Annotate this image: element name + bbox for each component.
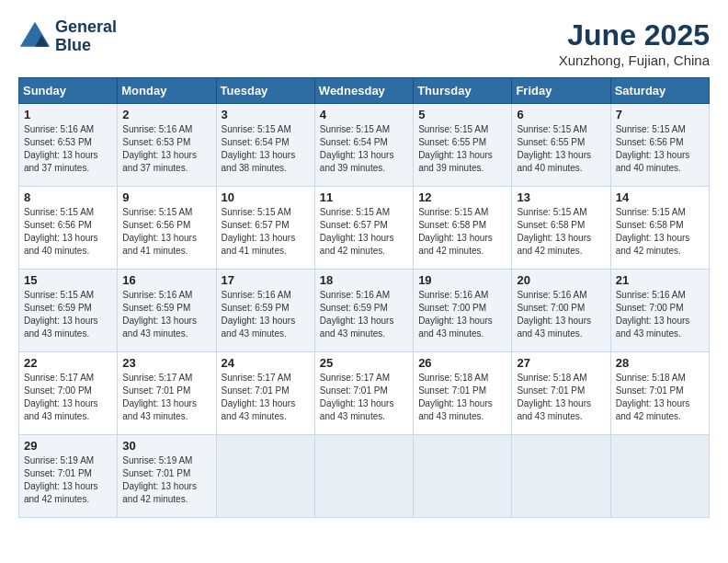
day-number: 1: [24, 108, 112, 121]
day-info: Sunrise: 5:15 AMSunset: 6:56 PMDaylight:…: [24, 206, 112, 258]
col-wednesday: Wednesday: [314, 78, 413, 104]
calendar-cell: 5 Sunrise: 5:15 AMSunset: 6:55 PMDayligh…: [414, 104, 512, 187]
day-info: Sunrise: 5:16 AMSunset: 6:53 PMDaylight:…: [24, 123, 112, 175]
day-number: 15: [24, 273, 112, 287]
day-info: Sunrise: 5:15 AMSunset: 6:55 PMDaylight:…: [418, 123, 506, 175]
col-saturday: Saturday: [610, 78, 709, 104]
day-info: Sunrise: 5:17 AMSunset: 7:01 PMDaylight:…: [222, 372, 310, 423]
col-sunday: Sunday: [19, 78, 118, 104]
day-number: 13: [517, 190, 605, 204]
calendar-cell: 20 Sunrise: 5:16 AMSunset: 7:00 PMDaylig…: [512, 270, 610, 352]
calendar-cell: 18 Sunrise: 5:16 AMSunset: 6:59 PMDaylig…: [314, 270, 413, 352]
day-info: Sunrise: 5:16 AMSunset: 7:00 PMDaylight:…: [418, 289, 506, 340]
day-info: Sunrise: 5:16 AMSunset: 7:00 PMDaylight:…: [517, 289, 605, 340]
day-info: Sunrise: 5:16 AMSunset: 6:59 PMDaylight:…: [320, 289, 408, 340]
logo: General Blue: [18, 18, 117, 55]
day-info: Sunrise: 5:17 AMSunset: 7:00 PMDaylight:…: [24, 372, 112, 423]
day-info: Sunrise: 5:15 AMSunset: 6:56 PMDaylight:…: [616, 123, 704, 175]
day-number: 17: [222, 273, 310, 287]
day-info: Sunrise: 5:16 AMSunset: 6:59 PMDaylight:…: [222, 289, 310, 340]
day-number: 2: [122, 108, 210, 121]
calendar-cell: 10 Sunrise: 5:15 AMSunset: 6:57 PMDaylig…: [216, 187, 314, 270]
calendar-cell: 15 Sunrise: 5:15 AMSunset: 6:59 PMDaylig…: [19, 270, 118, 352]
calendar-cell: 3 Sunrise: 5:15 AMSunset: 6:54 PMDayligh…: [216, 104, 314, 187]
calendar-cell: [414, 435, 512, 518]
calendar-cell: 28 Sunrise: 5:18 AMSunset: 7:01 PMDaylig…: [610, 352, 709, 435]
day-number: 29: [24, 439, 112, 453]
calendar-cell: 13 Sunrise: 5:15 AMSunset: 6:58 PMDaylig…: [512, 187, 610, 270]
day-info: Sunrise: 5:16 AMSunset: 6:59 PMDaylight:…: [122, 289, 210, 340]
month-title: June 2025: [559, 18, 710, 52]
calendar-cell: [610, 435, 709, 518]
day-info: Sunrise: 5:15 AMSunset: 6:56 PMDaylight:…: [122, 206, 210, 258]
day-number: 7: [616, 108, 704, 121]
day-info: Sunrise: 5:15 AMSunset: 6:58 PMDaylight:…: [616, 206, 704, 258]
calendar-cell: 14 Sunrise: 5:15 AMSunset: 6:58 PMDaylig…: [610, 187, 709, 270]
calendar-cell: 6 Sunrise: 5:15 AMSunset: 6:55 PMDayligh…: [512, 104, 610, 187]
day-info: Sunrise: 5:18 AMSunset: 7:01 PMDaylight:…: [616, 372, 704, 423]
calendar-cell: 7 Sunrise: 5:15 AMSunset: 6:56 PMDayligh…: [610, 104, 709, 187]
logo-text: General Blue: [55, 18, 117, 55]
day-info: Sunrise: 5:15 AMSunset: 6:57 PMDaylight:…: [320, 206, 408, 258]
day-info: Sunrise: 5:18 AMSunset: 7:01 PMDaylight:…: [418, 372, 506, 423]
day-number: 6: [517, 108, 605, 121]
calendar-cell: 26 Sunrise: 5:18 AMSunset: 7:01 PMDaylig…: [414, 352, 512, 435]
col-thursday: Thursday: [414, 78, 512, 104]
calendar-cell: 4 Sunrise: 5:15 AMSunset: 6:54 PMDayligh…: [314, 104, 413, 187]
day-number: 27: [517, 356, 605, 370]
calendar-cell: 25 Sunrise: 5:17 AMSunset: 7:01 PMDaylig…: [314, 352, 413, 435]
day-info: Sunrise: 5:15 AMSunset: 6:58 PMDaylight:…: [418, 206, 506, 258]
day-number: 8: [24, 190, 112, 204]
calendar-row: 1 Sunrise: 5:16 AMSunset: 6:53 PMDayligh…: [19, 104, 710, 187]
col-monday: Monday: [118, 78, 216, 104]
calendar-cell: [512, 435, 610, 518]
day-info: Sunrise: 5:15 AMSunset: 6:58 PMDaylight:…: [517, 206, 605, 258]
day-number: 25: [320, 356, 408, 370]
day-number: 16: [122, 273, 210, 287]
calendar-cell: [216, 435, 314, 518]
day-number: 18: [320, 273, 408, 287]
day-info: Sunrise: 5:15 AMSunset: 6:59 PMDaylight:…: [24, 289, 112, 340]
day-info: Sunrise: 5:15 AMSunset: 6:54 PMDaylight:…: [222, 123, 310, 175]
day-number: 24: [222, 356, 310, 370]
day-number: 10: [222, 190, 310, 204]
calendar-cell: 9 Sunrise: 5:15 AMSunset: 6:56 PMDayligh…: [118, 187, 216, 270]
day-number: 14: [616, 190, 704, 204]
day-number: 19: [418, 273, 506, 287]
day-info: Sunrise: 5:16 AMSunset: 6:53 PMDaylight:…: [122, 123, 210, 175]
logo-icon: [18, 20, 51, 53]
calendar-row: 8 Sunrise: 5:15 AMSunset: 6:56 PMDayligh…: [19, 187, 710, 270]
day-info: Sunrise: 5:15 AMSunset: 6:57 PMDaylight:…: [222, 206, 310, 258]
col-tuesday: Tuesday: [216, 78, 314, 104]
calendar-row: 22 Sunrise: 5:17 AMSunset: 7:00 PMDaylig…: [19, 352, 710, 435]
day-number: 5: [418, 108, 506, 121]
day-number: 21: [616, 273, 704, 287]
location: Xunzhong, Fujian, China: [559, 52, 710, 68]
calendar-cell: 23 Sunrise: 5:17 AMSunset: 7:01 PMDaylig…: [118, 352, 216, 435]
day-info: Sunrise: 5:19 AMSunset: 7:01 PMDaylight:…: [24, 454, 112, 506]
day-info: Sunrise: 5:17 AMSunset: 7:01 PMDaylight:…: [122, 372, 210, 423]
calendar-cell: [314, 435, 413, 518]
header-row: Sunday Monday Tuesday Wednesday Thursday…: [19, 78, 710, 104]
day-info: Sunrise: 5:18 AMSunset: 7:01 PMDaylight:…: [517, 372, 605, 423]
day-number: 28: [616, 356, 704, 370]
day-number: 26: [418, 356, 506, 370]
calendar-cell: 8 Sunrise: 5:15 AMSunset: 6:56 PMDayligh…: [19, 187, 118, 270]
calendar-cell: 30 Sunrise: 5:19 AMSunset: 7:01 PMDaylig…: [118, 435, 216, 518]
day-number: 20: [517, 273, 605, 287]
calendar-cell: 21 Sunrise: 5:16 AMSunset: 7:00 PMDaylig…: [610, 270, 709, 352]
calendar-row: 29 Sunrise: 5:19 AMSunset: 7:01 PMDaylig…: [19, 435, 710, 518]
calendar-cell: 2 Sunrise: 5:16 AMSunset: 6:53 PMDayligh…: [118, 104, 216, 187]
day-number: 3: [222, 108, 310, 121]
day-info: Sunrise: 5:17 AMSunset: 7:01 PMDaylight:…: [320, 372, 408, 423]
calendar-cell: 19 Sunrise: 5:16 AMSunset: 7:00 PMDaylig…: [414, 270, 512, 352]
day-number: 22: [24, 356, 112, 370]
calendar-cell: 12 Sunrise: 5:15 AMSunset: 6:58 PMDaylig…: [414, 187, 512, 270]
calendar-table: Sunday Monday Tuesday Wednesday Thursday…: [18, 77, 710, 518]
calendar-cell: 24 Sunrise: 5:17 AMSunset: 7:01 PMDaylig…: [216, 352, 314, 435]
calendar-cell: 16 Sunrise: 5:16 AMSunset: 6:59 PMDaylig…: [118, 270, 216, 352]
page-header: General Blue June 2025 Xunzhong, Fujian,…: [18, 18, 710, 68]
calendar-cell: 1 Sunrise: 5:16 AMSunset: 6:53 PMDayligh…: [19, 104, 118, 187]
day-number: 30: [122, 439, 210, 453]
day-number: 4: [320, 108, 408, 121]
